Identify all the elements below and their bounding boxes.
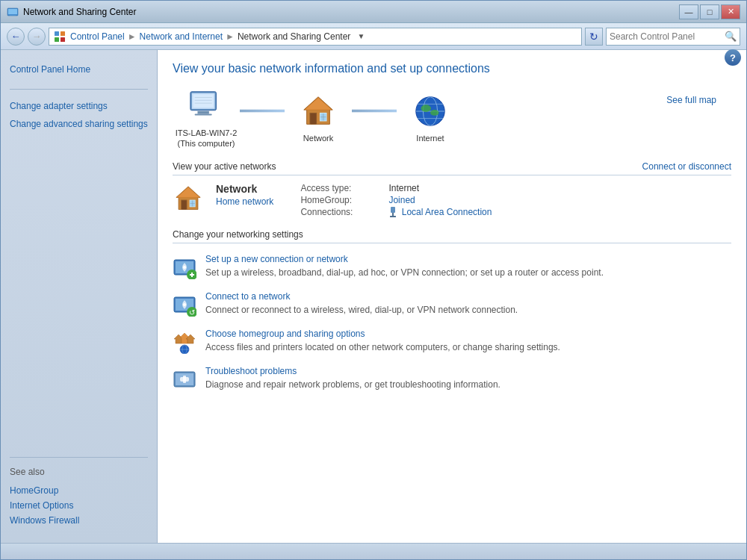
connections-label: Connections: bbox=[300, 207, 382, 218]
help-button[interactable]: ? bbox=[725, 49, 741, 66]
computer-label: ITS-LAB-WIN7-2 (This computer) bbox=[176, 128, 238, 149]
close-button[interactable]: ✕ bbox=[721, 4, 740, 19]
settings-item-troubleshoot: Troubleshoot problems Diagnose and repai… bbox=[173, 366, 731, 391]
network-label: Network bbox=[303, 133, 333, 143]
access-type-label: Access type: bbox=[300, 183, 382, 193]
troubleshoot-desc: Diagnose and repair network problems, or… bbox=[205, 379, 500, 391]
active-networks-header: View your active networks Connect or dis… bbox=[173, 161, 731, 175]
status-bar bbox=[1, 543, 746, 559]
connect-network-icon: ↺ bbox=[173, 293, 196, 317]
svg-point-43 bbox=[183, 266, 186, 269]
homegroup-desc: Access files and printers located on oth… bbox=[205, 341, 560, 354]
connect-network-desc: Connect or reconnect to a wireless, wire… bbox=[205, 304, 518, 317]
search-bar: 🔍 bbox=[606, 28, 740, 46]
window-icon bbox=[7, 6, 19, 18]
sidebar-windows-firewall[interactable]: Windows Firewall bbox=[10, 513, 148, 528]
svg-rect-2 bbox=[10, 15, 16, 16]
see-full-map-link[interactable]: See full map bbox=[666, 95, 716, 105]
content-area: View your basic network information and … bbox=[158, 50, 746, 543]
svg-rect-6 bbox=[61, 37, 65, 42]
troubleshoot-icon bbox=[173, 367, 196, 391]
sidebar-change-adapter[interactable]: Change adapter settings bbox=[10, 99, 148, 113]
svg-text:↺: ↺ bbox=[189, 308, 195, 317]
back-button[interactable]: ← bbox=[7, 28, 25, 46]
search-input[interactable] bbox=[610, 31, 725, 42]
network-icon bbox=[300, 93, 337, 129]
new-connection-title[interactable]: Set up a new connection or network bbox=[205, 254, 604, 264]
window-title: Network and Sharing Center bbox=[23, 7, 136, 17]
svg-rect-11 bbox=[193, 95, 214, 108]
svg-rect-38 bbox=[391, 207, 395, 213]
svg-rect-39 bbox=[392, 213, 394, 216]
svg-marker-33 bbox=[177, 187, 200, 197]
svg-point-49 bbox=[183, 303, 186, 306]
svg-rect-4 bbox=[61, 31, 65, 36]
connect-disconnect-link[interactable]: Connect or disconnect bbox=[642, 161, 731, 172]
connect-network-title[interactable]: Connect to a network bbox=[205, 291, 518, 302]
search-icon: 🔍 bbox=[725, 31, 737, 42]
connections-value: Local Area Connection bbox=[388, 207, 492, 218]
svg-rect-1 bbox=[8, 9, 17, 14]
refresh-button[interactable]: ↻ bbox=[585, 28, 603, 46]
sidebar-homegroup[interactable]: HomeGroup bbox=[10, 483, 148, 498]
svg-rect-9 bbox=[197, 111, 208, 114]
internet-label: Internet bbox=[416, 133, 444, 143]
settings-text-troubleshoot: Troubleshoot problems Diagnose and repai… bbox=[205, 366, 500, 391]
new-connection-icon bbox=[173, 255, 196, 279]
connector-2 bbox=[352, 110, 397, 112]
svg-rect-40 bbox=[390, 216, 396, 217]
settings-header: Change your networking settings bbox=[173, 229, 731, 243]
svg-rect-5 bbox=[55, 37, 59, 42]
settings-text-new-connection: Set up a new connection or network Set u… bbox=[205, 254, 604, 279]
connector-1 bbox=[240, 110, 285, 112]
settings-text-connect-network: Connect to a network Connect or reconnec… bbox=[205, 291, 518, 317]
network-map: ITS-LAB-WIN7-2 (This computer) bbox=[173, 87, 731, 149]
svg-rect-3 bbox=[55, 31, 59, 36]
access-type-value: Internet bbox=[388, 183, 492, 193]
svg-marker-18 bbox=[305, 98, 332, 110]
settings-item-homegroup: Choose homegroup and sharing options Acc… bbox=[173, 329, 731, 354]
homegroup-title[interactable]: Choose homegroup and sharing options bbox=[205, 329, 560, 339]
breadcrumb-network-internet[interactable]: Network and Internet bbox=[140, 31, 223, 42]
active-network: Network Home network Access type: Intern… bbox=[173, 183, 731, 218]
network-info: Network Home network bbox=[216, 183, 273, 207]
breadcrumb-dropdown-button[interactable]: ▼ bbox=[355, 28, 367, 45]
svg-point-29 bbox=[430, 110, 439, 116]
network-type-link[interactable]: Home network bbox=[216, 196, 273, 207]
internet-node: Internet bbox=[397, 93, 464, 143]
new-connection-desc: Set up a wireless, broadband, dial-up, a… bbox=[205, 267, 604, 279]
settings-text-homegroup: Choose homegroup and sharing options Acc… bbox=[205, 329, 560, 354]
computer-icon bbox=[187, 88, 225, 124]
computer-node: ITS-LAB-WIN7-2 (This computer) bbox=[173, 87, 240, 149]
internet-icon bbox=[412, 93, 449, 129]
forward-button[interactable]: → bbox=[28, 28, 46, 46]
page-title: View your basic network information and … bbox=[173, 62, 731, 75]
svg-rect-19 bbox=[310, 113, 316, 124]
control-panel-icon bbox=[54, 31, 66, 43]
maximize-button[interactable]: □ bbox=[700, 4, 719, 19]
breadcrumb-control-panel[interactable]: Control Panel bbox=[70, 31, 125, 42]
network-house-icon bbox=[173, 183, 204, 217]
minimize-button[interactable]: — bbox=[679, 4, 698, 19]
sidebar-control-panel-home[interactable]: Control Panel Home bbox=[10, 62, 148, 77]
change-settings-section: Change your networking settings bbox=[173, 229, 731, 391]
active-networks-label: View your active networks bbox=[173, 161, 276, 172]
connection-name-link[interactable]: Local Area Connection bbox=[402, 207, 492, 217]
svg-point-28 bbox=[421, 105, 431, 112]
svg-rect-10 bbox=[195, 114, 212, 116]
svg-rect-34 bbox=[182, 200, 186, 209]
see-also-label: See also bbox=[1, 464, 157, 480]
settings-item-new-connection: Set up a new connection or network Set u… bbox=[173, 254, 731, 279]
sidebar: Control Panel Home Change adapter settin… bbox=[1, 50, 158, 543]
sidebar-change-advanced[interactable]: Change advanced sharing settings bbox=[10, 116, 148, 131]
homegroup-value-link[interactable]: Joined bbox=[388, 195, 492, 205]
homegroup-icon bbox=[173, 330, 196, 354]
active-network-name: Network bbox=[216, 183, 273, 195]
sidebar-internet-options[interactable]: Internet Options bbox=[10, 498, 148, 513]
svg-rect-61 bbox=[183, 376, 186, 383]
homegroup-label: HomeGroup: bbox=[300, 195, 382, 205]
network-details: Access type: Internet HomeGroup: Joined … bbox=[300, 183, 492, 218]
breadcrumb-current: Network and Sharing Center bbox=[238, 31, 350, 42]
network-node: Network bbox=[285, 93, 352, 143]
troubleshoot-title[interactable]: Troubleshoot problems bbox=[205, 366, 500, 376]
